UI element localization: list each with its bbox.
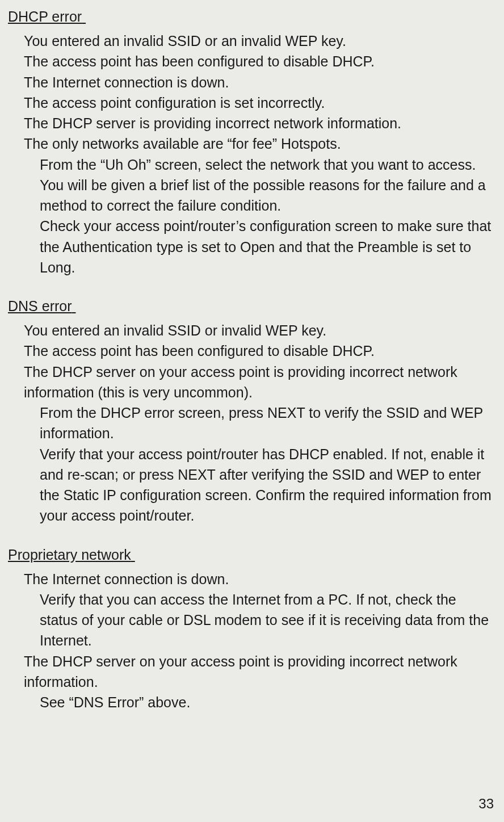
section-gap: [8, 278, 496, 298]
body-line: The Internet connection is down.: [8, 72, 496, 93]
body-line: The access point has been configured to …: [8, 51, 496, 72]
section-gap: [8, 526, 496, 547]
page-number: 33: [478, 796, 494, 812]
body-line: You entered an invalid SSID or invalid W…: [8, 320, 496, 341]
page: DHCP error You entered an invalid SSID o…: [0, 0, 504, 822]
section-heading: Proprietary network: [8, 547, 496, 563]
body-line: See “DNS Error” above.: [8, 692, 496, 712]
body-line: The only networks available are “for fee…: [8, 133, 496, 154]
body-line: Verify that your access point/router has…: [8, 444, 496, 526]
body-line: Verify that you can access the Internet …: [8, 589, 496, 651]
body-line: From the “Uh Oh” screen, select the netw…: [8, 154, 496, 216]
body-line: The DHCP server is providing incorrect n…: [8, 113, 496, 133]
section-heading: DNS error: [8, 298, 496, 314]
body-line: You entered an invalid SSID or an invali…: [8, 31, 496, 51]
heading-text: DHCP error: [8, 9, 82, 24]
body-line: The DHCP server on your access point is …: [8, 651, 496, 693]
body-line: The access point has been configured to …: [8, 341, 496, 361]
body-line: From the DHCP error screen, press NEXT t…: [8, 402, 496, 444]
body-line: The Internet connection is down.: [8, 569, 496, 589]
body-line: The access point configuration is set in…: [8, 93, 496, 113]
section-heading: DHCP error: [8, 9, 496, 25]
body-line: Check your access point/router’s configu…: [8, 216, 496, 278]
body-line: The DHCP server on your access point is …: [8, 362, 496, 403]
heading-text: Proprietary network: [8, 547, 131, 563]
heading-text: DNS error: [8, 298, 72, 314]
